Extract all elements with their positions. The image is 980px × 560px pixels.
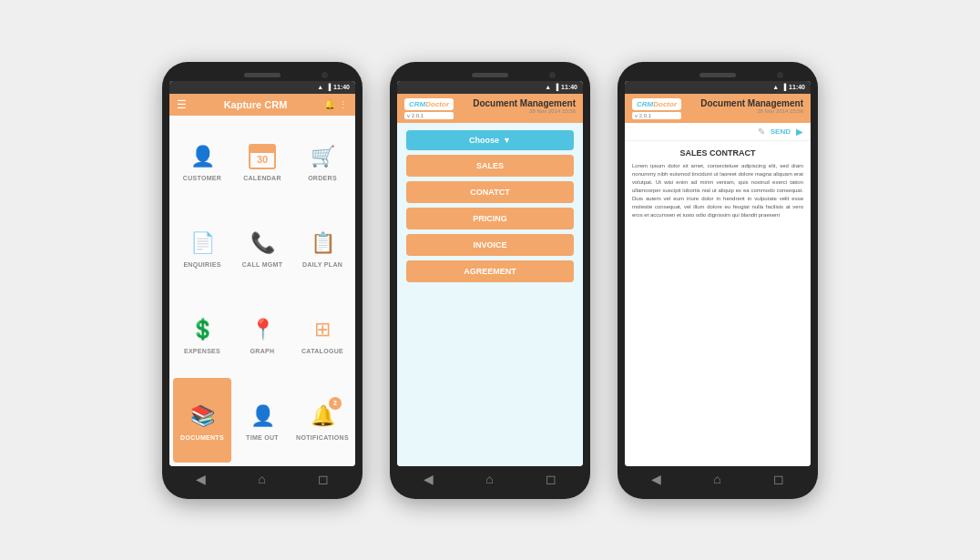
crm-title: Kapture CRM (224, 99, 288, 110)
more-icon[interactable]: ⋮ (339, 99, 348, 109)
edit-icon[interactable]: ✎ (758, 127, 765, 137)
menu-item-invoice[interactable]: INVOICE (406, 234, 574, 256)
graph-label: GRAPH (250, 348, 275, 354)
grid-item-customer[interactable]: 👤 CUSTOMER (173, 119, 231, 204)
logo-wrapper-3: CRM Doctor (632, 98, 681, 110)
speaker-2 (472, 73, 508, 77)
status-bar-1: ▲ ▐ 11:40 (169, 81, 355, 94)
call-mgmt-label: CALL MGMT (242, 261, 283, 268)
grid-item-time-out[interactable]: 👤 TIME OUT (233, 378, 291, 463)
back-button-1[interactable]: ◀ (196, 472, 206, 486)
recent-button-2[interactable]: ◻ (546, 472, 556, 486)
choose-label: Choose (469, 136, 499, 145)
status-bar-2: ▲ ▐ 11:40 (397, 81, 583, 94)
phone-doc-view: ▲ ▐ 11:40 CRM Doctor v 2.0.1 Document Ma… (618, 62, 818, 499)
scene: ▲ ▐ 11:40 ☰ Kapture CRM 🔔 ⋮ 👤 CUSTOMER (0, 0, 980, 560)
crm-header: ☰ Kapture CRM 🔔 ⋮ (169, 94, 355, 116)
hamburger-icon[interactable]: ☰ (177, 98, 187, 111)
phone-top-2 (397, 73, 583, 77)
doc-header-2: CRM Doctor v 2.0.1 Document Management 2… (397, 94, 583, 123)
speaker-1 (244, 73, 281, 77)
grid-item-daily-plan[interactable]: 📋 DAILY PLAN (293, 205, 352, 290)
grid-item-enquiries[interactable]: 📄 ENQUIRIES (173, 205, 231, 290)
recent-button-1[interactable]: ◻ (318, 472, 329, 486)
grid-item-orders[interactable]: 🛒 ORDERS (293, 119, 352, 204)
phone-top-1 (169, 73, 355, 77)
wifi-icon: ▲ (317, 84, 323, 90)
doc-title-area-3: Document Management 28 Nov 2014 15:56 (700, 98, 803, 114)
doc-date-2: 28 Nov 2014 15:56 (473, 108, 576, 114)
doc-version-3: v 2.0.1 (632, 112, 681, 119)
calendar-icon: 30 (246, 140, 279, 173)
phone-doc-menu: ▲ ▐ 11:40 CRM Doctor v 2.0.1 Document Ma… (390, 62, 590, 499)
enquiries-label: ENQUIRIES (183, 261, 220, 268)
signal-icon: ▐ (326, 84, 331, 90)
home-button-2[interactable]: ⌂ (485, 472, 493, 486)
camera-3 (777, 72, 783, 78)
enquiries-icon: 📄 (186, 227, 219, 260)
doc-title-3: Document Management (700, 98, 803, 108)
phone-bottom-3: ◀ ⌂ ◻ (625, 466, 811, 488)
notifications-label: NOTIFICATIONS (296, 434, 349, 441)
grid-item-calendar[interactable]: 30 CALENDAR (233, 119, 291, 204)
wifi-icon-2: ▲ (545, 84, 551, 90)
grid-item-catalogue[interactable]: ⊞ CATALOGUE (293, 291, 352, 376)
logo-crm: CRM (409, 100, 425, 108)
crm-grid: 👤 CUSTOMER 30 CALENDAR 🛒 OR (169, 116, 355, 466)
home-button-1[interactable]: ⌂ (258, 472, 265, 486)
wifi-icon-3: ▲ (772, 84, 779, 90)
phone-crm: ▲ ▐ 11:40 ☰ Kapture CRM 🔔 ⋮ 👤 CUSTOMER (162, 62, 362, 499)
catalogue-label: CATALOGUE (301, 348, 343, 354)
bell-icon[interactable]: 🔔 (324, 99, 335, 109)
time-display-1: 11:40 (333, 84, 350, 90)
signal-icon-3: ▐ (781, 84, 786, 90)
doc-title-area-2: Document Management 28 Nov 2014 15:56 (473, 98, 576, 114)
notifications-icon: 🔔 2 (306, 400, 339, 433)
menu-item-agreement[interactable]: AGREEMENT (406, 260, 574, 282)
camera-1 (322, 72, 328, 78)
screen-doc-view: ▲ ▐ 11:40 CRM Doctor v 2.0.1 Document Ma… (625, 81, 811, 466)
customer-label: CUSTOMER (183, 175, 221, 181)
customer-icon: 👤 (186, 140, 219, 173)
recent-button-3[interactable]: ◻ (773, 472, 784, 486)
logo-doctor: Doctor (425, 100, 449, 108)
grid-item-graph[interactable]: 📍 GRAPH (233, 291, 291, 376)
menu-item-pricing[interactable]: PRICING (406, 208, 574, 229)
phone-bottom-1: ◀ ⌂ ◻ (169, 466, 355, 488)
grid-item-expenses[interactable]: 💲 EXPENSES (173, 291, 231, 376)
camera-2 (549, 72, 556, 78)
time-display-2: 11:40 (561, 84, 577, 90)
documents-icon: 📚 (186, 400, 219, 433)
expenses-label: EXPENSES (184, 348, 220, 354)
sales-contract-title: SALES CONTRACT (632, 148, 803, 158)
notification-badge: 2 (329, 397, 342, 410)
time-out-label: TIME OUT (246, 434, 279, 441)
back-button-3[interactable]: ◀ (651, 472, 661, 486)
grid-item-call-mgmt[interactable]: 📞 CALL MGMT (233, 205, 291, 290)
doc-version-2: v 2.0.1 (404, 112, 454, 119)
grid-item-documents[interactable]: 📚 DOCUMENTS (173, 378, 231, 463)
home-button-3[interactable]: ⌂ (713, 472, 720, 486)
menu-item-sales[interactable]: SALES (406, 155, 574, 177)
play-icon[interactable]: ▶ (796, 127, 803, 137)
status-bar-3: ▲ ▐ 11:40 (625, 81, 811, 94)
grid-item-notifications[interactable]: 🔔 2 NOTIFICATIONS (293, 378, 352, 463)
time-display-3: 11:40 (789, 84, 805, 90)
daily-plan-label: DAILY PLAN (302, 261, 342, 268)
send-button[interactable]: SEND (771, 127, 791, 136)
daily-plan-icon: 📋 (306, 227, 339, 260)
signal-icon-2: ▐ (554, 84, 558, 90)
time-out-icon: 👤 (246, 400, 279, 433)
screen-crm: ▲ ▐ 11:40 ☰ Kapture CRM 🔔 ⋮ 👤 CUSTOMER (169, 81, 355, 466)
documents-label: DOCUMENTS (180, 434, 224, 441)
back-button-2[interactable]: ◀ (424, 472, 434, 486)
choose-button[interactable]: Choose ▼ (406, 130, 574, 150)
phone-bottom-2: ◀ ⌂ ◻ (397, 466, 583, 488)
doc-title-2: Document Management (473, 98, 576, 108)
doc-text-content: SALES CONTRACT Lorem ipsum dolor sit ame… (625, 141, 811, 466)
doc-logo-2: CRM Doctor v 2.0.1 (404, 98, 454, 119)
dropdown-arrow: ▼ (503, 136, 511, 145)
menu-item-contact[interactable]: CONATCT (406, 181, 574, 203)
speaker-3 (699, 73, 736, 77)
catalogue-icon: ⊞ (306, 313, 339, 346)
